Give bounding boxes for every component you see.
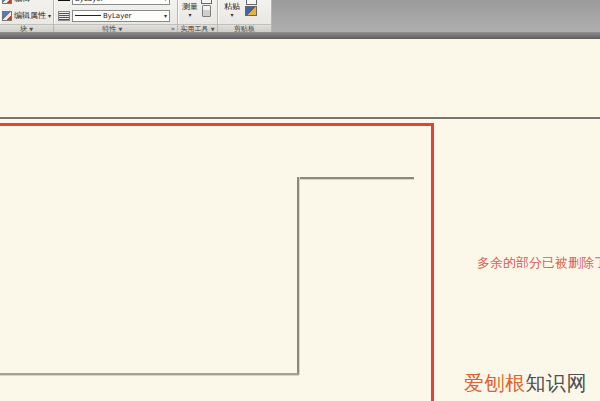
edit-attributes-button[interactable]: 编辑属性 ▾: [0, 8, 53, 23]
edit-attributes-label: 编辑属性: [14, 10, 46, 21]
linetype-sample-line: [75, 15, 101, 16]
ribbon: 编辑 编辑属性 ▾ 块 ▼: [0, 0, 600, 39]
block-edit-icon: [2, 0, 12, 4]
linetype-dropdown[interactable]: ByLayer ▾: [72, 10, 170, 22]
paste-button[interactable]: 粘贴 ▾: [222, 0, 242, 24]
object-color-dropdown[interactable]: ByLayer ▾: [72, 0, 170, 5]
chevron-down-icon: ▾: [188, 12, 191, 18]
chevron-down-icon: ▾: [230, 12, 233, 18]
step-polyline-vertical: [297, 177, 299, 375]
horizontal-gray-line: [0, 117, 600, 119]
linetype-row: ByLayer ▾: [56, 8, 177, 23]
properties-panel-title[interactable]: 特性 ▼ »: [54, 24, 177, 32]
watermark-highlight: 爱刨根: [464, 371, 526, 395]
quick-calculator-icon[interactable]: [202, 5, 211, 17]
utilities-panel-title[interactable]: 实用工具 ▼: [178, 24, 217, 32]
id-point-icon[interactable]: [201, 0, 212, 4]
ribbon-panel-clipboard: 粘贴 ▾ 剪贴板: [218, 0, 272, 32]
ribbon-panel-properties: ByLayer ▾ ByLayer ▾ 特性 ▼ »: [54, 0, 178, 32]
clipboard-panel-title[interactable]: 剪贴板: [218, 24, 271, 32]
block-row-clipped: 编辑: [0, 0, 53, 7]
step-polyline-top: [297, 177, 414, 179]
deleted-annotation-text: 多余的部分已被删除了: [477, 254, 600, 272]
linetype-icon: [58, 11, 70, 21]
color-row-clipped: ByLayer ▾: [54, 0, 177, 7]
properties-panel-content: ByLayer ▾ ByLayer ▾: [54, 0, 177, 24]
linetype-value: ByLayer: [103, 12, 131, 20]
red-rectangle-top-edge: [0, 123, 434, 126]
copy-clip-icon[interactable]: [246, 0, 257, 5]
lineweight-icon: [58, 0, 70, 1]
watermark-rest: 知识网: [526, 371, 588, 395]
red-rectangle-right-edge: [431, 123, 434, 401]
chevron-down-icon: ▾: [164, 13, 167, 19]
autocad-window: 编辑 编辑属性 ▾ 块 ▼: [0, 0, 600, 401]
utilities-panel-content: 测量 ▾: [178, 0, 217, 24]
ribbon-bottom-bar: [0, 32, 600, 39]
object-color-value: ByLayer: [75, 0, 103, 3]
watermark: 爱刨根知识网: [464, 370, 587, 397]
paste-special-icon[interactable]: [245, 6, 257, 16]
block-panel-title[interactable]: 块 ▼: [0, 24, 53, 32]
edit-attributes-icon: [2, 11, 12, 21]
ribbon-panel-utilities: 测量 ▾ 实用工具 ▼: [178, 0, 218, 32]
step-polyline-bottom: [0, 373, 299, 375]
measure-button[interactable]: 测量 ▾: [180, 0, 200, 24]
ribbon-panel-block: 编辑 编辑属性 ▾ 块 ▼: [0, 0, 54, 32]
clipboard-panel-content: 粘贴 ▾: [218, 0, 271, 24]
chevron-down-icon[interactable]: ▾: [48, 13, 51, 19]
block-edit-label: 编辑: [14, 0, 30, 4]
chevron-down-icon: ▾: [164, 0, 167, 2]
block-panel-content: 编辑 编辑属性 ▾: [0, 0, 53, 24]
